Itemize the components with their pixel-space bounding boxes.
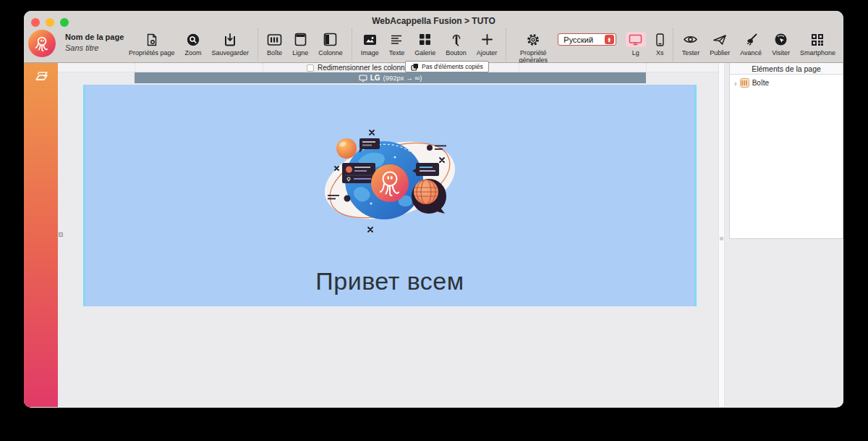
breakpoint-range: (992px → ∞) xyxy=(383,74,422,82)
monitor-icon xyxy=(359,75,367,82)
column-tool-button[interactable]: Colonne xyxy=(313,32,348,56)
box-element-icon xyxy=(740,78,749,88)
left-resize-handle[interactable] xyxy=(59,232,63,237)
right-column: Eléments de la page › Boîte xyxy=(725,63,843,407)
page-elements-panel: Eléments de la page › Boîte xyxy=(729,63,843,239)
breakpoint-lg-button[interactable]: Lg xyxy=(621,32,651,56)
page-properties-icon xyxy=(145,32,159,47)
globe-cursor-icon xyxy=(774,32,788,47)
qr-code-icon xyxy=(811,32,824,47)
page-canvas[interactable]: Привет всем xyxy=(83,85,697,306)
pages-stack-icon[interactable] xyxy=(32,70,51,87)
gallery-tool-button[interactable]: Galerie xyxy=(409,32,441,56)
panel-title: Eléments de la page xyxy=(730,63,843,75)
page-name-block[interactable]: Nom de la page Sans titre xyxy=(65,33,124,52)
header: WebAcappella Fusion > TUTO Nom de la pag… xyxy=(24,11,843,63)
toolbar-separator xyxy=(258,28,258,66)
page-name: Nom de la page xyxy=(65,33,124,41)
paper-plane-icon xyxy=(712,32,727,47)
text-tool-button[interactable]: Texte xyxy=(384,32,410,56)
test-button[interactable]: Tester xyxy=(677,32,705,56)
gear-icon xyxy=(526,32,540,47)
box-tool-button[interactable]: Boîte xyxy=(262,32,287,56)
breakpoint-xs-button[interactable]: Xs xyxy=(651,32,669,56)
hero-illustration[interactable] xyxy=(320,127,459,237)
toolbar-separator xyxy=(352,28,352,66)
clipboard-status-label: Pas d'éléments copiés xyxy=(422,63,483,70)
box-icon xyxy=(267,32,282,47)
octopus-icon xyxy=(33,34,51,53)
app-logo xyxy=(28,30,56,57)
plus-icon xyxy=(481,32,493,47)
phone-icon xyxy=(656,32,664,47)
zoom-button[interactable]: Zoom xyxy=(180,32,207,56)
divider-grip[interactable] xyxy=(720,237,723,240)
panel-divider[interactable] xyxy=(718,63,725,407)
general-properties-button[interactable]: Propriété générales xyxy=(510,32,556,64)
toolbar-separator xyxy=(506,28,506,66)
left-sidebar xyxy=(24,63,58,407)
save-icon xyxy=(223,32,237,47)
breakpoint-bar[interactable]: LG (992px → ∞) xyxy=(135,72,646,83)
desktop-icon xyxy=(626,32,646,47)
globe-illustration-image xyxy=(320,127,459,234)
row-icon xyxy=(294,32,307,47)
tree-item-label: Boîte xyxy=(752,79,769,87)
language-value: Русский xyxy=(563,35,604,44)
advanced-button[interactable]: Avancé xyxy=(735,32,767,56)
greeting-text[interactable]: Привет всем xyxy=(85,267,694,295)
smartphone-qr-button[interactable]: Smartphone xyxy=(795,32,841,56)
visit-button[interactable]: Visiter xyxy=(767,32,795,56)
image-tool-button[interactable]: Image xyxy=(356,32,384,56)
broom-icon xyxy=(744,32,758,47)
window-title: WebAcappella Fusion > TUTO xyxy=(24,11,843,31)
button-icon xyxy=(450,32,463,47)
save-button[interactable]: Sauvegarder xyxy=(207,32,255,56)
app-window: WebAcappella Fusion > TUTO Nom de la pag… xyxy=(24,11,843,408)
select-stepper-icon: ▲▼ xyxy=(605,35,614,44)
resize-columns-label: Redimensionner les colonnes xyxy=(318,64,412,72)
add-tool-button[interactable]: Ajouter xyxy=(472,32,503,56)
chevron-right-icon[interactable]: › xyxy=(734,80,737,87)
page-properties-button[interactable]: Propriétés page xyxy=(124,32,180,56)
clipboard-status-button[interactable]: Pas d'éléments copiés xyxy=(405,61,489,72)
language-select[interactable]: Русский ▲▼ xyxy=(558,33,616,46)
resize-columns-control[interactable]: Redimensionner les colonnes xyxy=(307,64,412,72)
row-tool-button[interactable]: Ligne xyxy=(287,32,313,56)
column-icon xyxy=(323,32,337,47)
gallery-icon xyxy=(419,32,431,47)
copy-icon xyxy=(411,63,419,71)
page-subtitle: Sans titre xyxy=(65,43,124,52)
tree-item-boite[interactable]: › Boîte xyxy=(730,75,843,88)
resize-columns-checkbox[interactable] xyxy=(307,64,314,72)
toolbar-separator xyxy=(673,28,673,66)
image-icon xyxy=(363,32,377,47)
breakpoint-name: LG xyxy=(370,74,380,82)
eye-icon xyxy=(683,32,698,47)
button-tool-button[interactable]: Bouton xyxy=(441,32,472,56)
zoom-icon xyxy=(186,32,200,47)
text-icon xyxy=(390,32,403,47)
workarea: Redimensionner les colonnes Pas d'élémen… xyxy=(58,63,718,407)
publish-button[interactable]: Publier xyxy=(705,32,735,56)
